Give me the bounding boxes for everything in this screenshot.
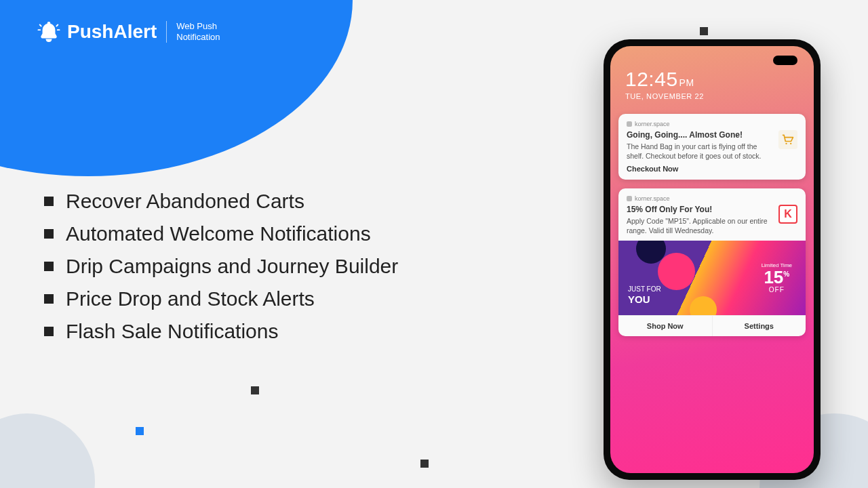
cart-icon — [778, 130, 797, 149]
bell-icon — [37, 20, 60, 43]
lock-clock: 12:45PM TUE, NOVEMBER 22 — [625, 68, 704, 100]
feature-item: Flash Sale Notifications — [44, 320, 398, 343]
notification-source: korner.space — [627, 195, 797, 202]
promo-banner: JUST FOR YOU Limited Time 15% OFF — [618, 241, 806, 315]
notification-body: Apply Code "MP15". Applicable on our ent… — [627, 216, 773, 235]
notification-title: 15% Off Only For You! — [627, 205, 773, 214]
settings-button[interactable]: Settings — [713, 316, 806, 336]
brand-name: PushAlert — [67, 21, 157, 43]
lock-time: 12:45PM — [625, 68, 704, 91]
brand-tagline-line: Notification — [176, 32, 220, 42]
promo-small-text: JUST FOR — [628, 286, 661, 293]
shop-now-button[interactable]: Shop Now — [618, 316, 713, 336]
phone-screen: 12:45PM TUE, NOVEMBER 22 korner.space Go… — [610, 46, 814, 473]
notification-title: Going, Going.... Almost Gone! — [627, 130, 773, 140]
camera-cutout — [773, 56, 797, 65]
feature-item: Price Drop and Stock Alerts — [44, 287, 398, 310]
promo-headline: JUST FOR YOU — [628, 286, 661, 304]
feature-item: Recover Abandoned Carts — [44, 190, 398, 213]
promo-discount: Limited Time 15% OFF — [762, 262, 792, 293]
square-decor — [700, 27, 708, 35]
feature-item: Automated Welcome Notifications — [44, 222, 398, 245]
brand-k-icon: K — [778, 205, 797, 224]
feature-list: Recover Abandoned Carts Automated Welcom… — [44, 190, 398, 352]
notification-actions: Shop Now Settings — [618, 315, 806, 336]
square-decor — [251, 386, 259, 394]
circle-decor-bl — [0, 413, 95, 488]
promo-big-text: YOU — [628, 293, 650, 305]
brand-tagline: Web Push Notification — [176, 21, 220, 43]
square-decor — [136, 427, 144, 435]
lock-date: TUE, NOVEMBER 22 — [625, 92, 704, 100]
notification-cta[interactable]: Checkout Now — [627, 165, 797, 173]
svg-point-1 — [790, 143, 791, 144]
feature-item: Drip Campaigns and Journey Builder — [44, 255, 398, 278]
notification-card[interactable]: korner.space Going, Going.... Almost Gon… — [618, 114, 806, 180]
square-decor — [420, 460, 429, 468]
brand-logo: PushAlert Web Push Notification — [37, 20, 220, 43]
lock-time-value: 12:45 — [625, 68, 678, 90]
phone-mockup: 12:45PM TUE, NOVEMBER 22 korner.space Go… — [604, 39, 821, 480]
notification-card[interactable]: korner.space 15% Off Only For You! Apply… — [618, 188, 806, 336]
notification-source: korner.space — [627, 121, 797, 127]
promo-percent-sym: % — [783, 271, 789, 279]
svg-point-0 — [785, 143, 787, 144]
notification-body: The Hand Bag in your cart is flying off … — [627, 142, 773, 161]
lock-ampm: PM — [679, 77, 694, 88]
brand-divider — [166, 21, 167, 43]
brand-tagline-line: Web Push — [176, 21, 217, 31]
promo-percent: 15 — [764, 267, 783, 287]
